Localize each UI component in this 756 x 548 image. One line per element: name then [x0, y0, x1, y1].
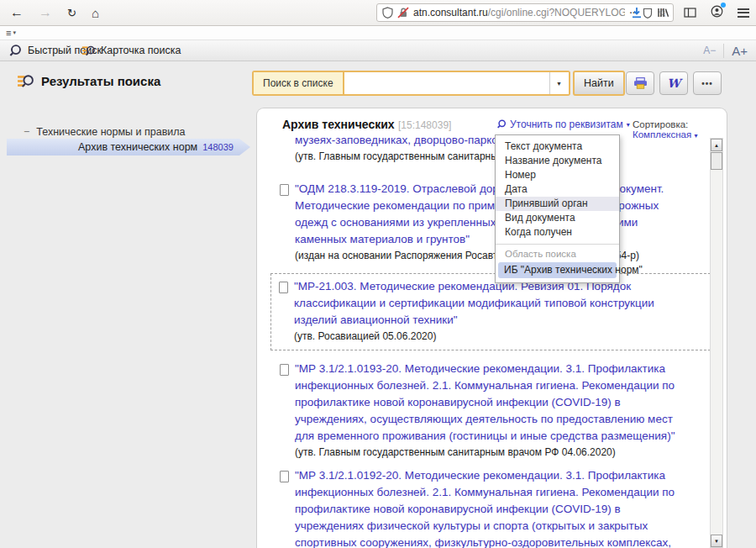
result-source: (утв. Главным государственным санитарным…: [295, 445, 711, 460]
card-search-button[interactable]: Карточка поиска: [81, 40, 181, 61]
refine-icon: [496, 119, 507, 129]
reload-icon[interactable]: ↻: [67, 8, 76, 18]
tree-group[interactable]: −Технические нормы и правила: [24, 126, 186, 138]
doc-icon: [280, 184, 289, 196]
chevron-down-icon: ▼: [556, 81, 562, 87]
results-icon: [17, 72, 34, 90]
refine-menu-item[interactable]: Название документа: [496, 154, 619, 168]
doc-icon: [280, 364, 289, 376]
card-search-label: Карточка поиска: [101, 45, 181, 56]
font-smaller-button[interactable]: A−: [703, 45, 723, 56]
refine-menu-item[interactable]: Когда получен: [496, 225, 619, 240]
result-item: "МР-21.003. Методические рекомендации. Р…: [270, 273, 711, 350]
search-scope-section: Область поиска ИБ "Архив технических нор…: [496, 244, 619, 278]
download-icon[interactable]: [631, 7, 643, 18]
result-title-line[interactable]: учреждениях физической культуры и спорта…: [295, 518, 711, 535]
result-title-line[interactable]: "МР 3.1/2.1.0192-20. Методические рекоме…: [295, 467, 711, 484]
result-title-line[interactable]: изделий авиационной техники": [294, 312, 703, 329]
url-bar[interactable]: atn.consultant.ru/cgi/online.cgi?NOQUERY…: [376, 3, 674, 22]
scrollbar-thumb[interactable]: [711, 152, 722, 170]
word-icon: W: [667, 76, 680, 90]
print-icon: [633, 77, 648, 89]
results-panel: Архив технических [15:148039] Уточнить п…: [256, 108, 727, 548]
result-title-line[interactable]: учреждениях, осуществляющих деятельность…: [295, 411, 711, 428]
tracking-shield-icon[interactable]: [382, 7, 393, 18]
insecure-lock-icon[interactable]: [397, 7, 409, 18]
result-title-line[interactable]: инфекционных болезней. 2.1. Коммунальная…: [295, 377, 711, 394]
scrollbar[interactable]: ▲ ▼: [710, 138, 723, 548]
tree-group-label: Технические нормы и правила: [36, 126, 185, 138]
quick-search-icon: [8, 44, 23, 58]
search-scope-label: Область поиска: [496, 247, 619, 262]
notification-dot: [721, 3, 726, 8]
result-title-line[interactable]: инфекционных болезней. 2.1. Коммунальная…: [295, 484, 711, 501]
refine-menu-item[interactable]: Текст документа: [496, 140, 619, 154]
browser-toolbar: ← → ↻ ⌂ atn.consultant.ru/cgi/online.cgi…: [0, 0, 756, 26]
url-text: atn.consultant.ru/cgi/online.cgi?NOQUERY…: [413, 7, 625, 18]
word-export-button[interactable]: W: [659, 71, 688, 95]
result-title-line[interactable]: профилактике новой коронавирусной инфекц…: [295, 501, 711, 518]
page-menu-button[interactable]: ≡▾: [6, 28, 16, 38]
refine-label: Уточнить по реквизитам: [510, 119, 623, 130]
ellipsis-icon: •••: [701, 79, 713, 88]
refine-by-attributes-button[interactable]: Уточнить по реквизитам ▾: [496, 119, 630, 130]
search-input[interactable]: [344, 72, 549, 94]
search-dropdown-button[interactable]: ▼: [549, 72, 569, 94]
sidebar-icon[interactable]: [684, 8, 696, 18]
refine-menu-item[interactable]: Дата: [496, 182, 619, 197]
library-icon[interactable]: [657, 7, 669, 18]
app-toolbar: Быстрый поиск Карточка поиска A− A+: [0, 40, 756, 61]
account-icon[interactable]: [711, 5, 723, 21]
result-source: (утв. Росавиацией 05.06.2020): [294, 329, 703, 344]
sidebar-item-archive[interactable]: Архив технических норм148039: [7, 139, 250, 155]
result-title-line[interactable]: спортивных сооружениях, физкультурно-озд…: [295, 535, 711, 548]
refine-dropdown-menu: Текст документаНазвание документаНомерДа…: [495, 134, 620, 283]
chevron-down-icon: ▾: [13, 29, 16, 36]
list-count: [15:148039]: [398, 119, 451, 131]
result-title-line[interactable]: классификации и сертификации модификаций…: [294, 295, 703, 312]
refine-menu-item[interactable]: Номер: [496, 168, 619, 182]
sort-label: Сортировка:: [633, 119, 688, 129]
scroll-up-button[interactable]: ▲: [711, 139, 722, 151]
results-heading-label: Результаты поиска: [41, 74, 160, 88]
card-search-icon: [81, 44, 96, 58]
results-heading: Результаты поиска: [17, 72, 160, 90]
search-in-list-group: Поиск в списке ▼: [252, 71, 570, 96]
result-title-line[interactable]: профилактике новой коронавирусной инфекц…: [295, 394, 711, 411]
doc-icon: [280, 471, 289, 482]
search-in-list-label: Поиск в списке: [254, 72, 344, 94]
home-icon[interactable]: ⌂: [92, 7, 99, 19]
collapse-toggle-icon[interactable]: −: [24, 126, 29, 138]
chevron-down-icon: ▾: [627, 121, 630, 129]
forward-icon[interactable]: →: [39, 6, 52, 19]
result-title-line[interactable]: "МР 3.1/2.1.0193-20. Методические рекоме…: [295, 361, 711, 377]
print-button[interactable]: [626, 71, 654, 95]
font-larger-button[interactable]: A+: [723, 44, 748, 58]
doc-icon: [279, 282, 288, 293]
result-title-line[interactable]: для временного проживания (гостиницы и и…: [295, 428, 711, 445]
refine-menu-item[interactable]: Принявший орган: [496, 197, 619, 211]
refine-menu-item[interactable]: Вид документа: [496, 211, 619, 225]
more-actions-button[interactable]: •••: [693, 71, 722, 95]
find-button[interactable]: Найти: [573, 71, 625, 96]
search-scope-selected[interactable]: ИБ "Архив технических норм": [498, 262, 617, 278]
menu-icon[interactable]: [738, 8, 749, 18]
result-item: "МР 3.1/2.1.0192-20. Методические рекоме…: [279, 467, 711, 548]
sidebar-item-count: 148039: [202, 142, 234, 152]
list-title: Архив технических: [282, 118, 395, 131]
back-icon[interactable]: ←: [10, 6, 24, 19]
secondary-bar: ≡▾: [0, 26, 756, 40]
sidebar-item-label: Архив технических норм: [78, 141, 197, 153]
result-item: "МР 3.1/2.1.0193-20. Методические рекоме…: [279, 361, 711, 460]
scroll-down-button[interactable]: ▼: [711, 535, 722, 547]
